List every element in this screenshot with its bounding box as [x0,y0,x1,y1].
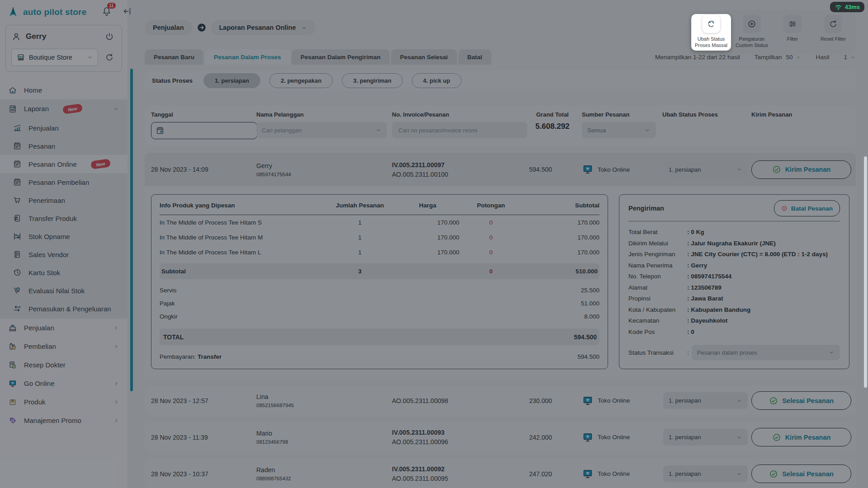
latency-value: 43ms [845,4,860,10]
tutorial-dim-overlay[interactable] [0,0,868,488]
app-window: auto pilot store 11 Gerry [0,0,868,488]
page-scrollbar[interactable] [864,156,867,388]
bulk-status-icon [706,19,716,29]
toolbar-icon-chip [702,15,720,33]
connection-status-badge: 43ms [830,2,864,12]
wifi-icon [835,3,842,11]
toolbar-button-ubah-status-proses-massal[interactable]: Ubah Status Proses Massal [691,14,731,51]
toolbar-button-label: Ubah Status Proses Massal [692,36,730,49]
